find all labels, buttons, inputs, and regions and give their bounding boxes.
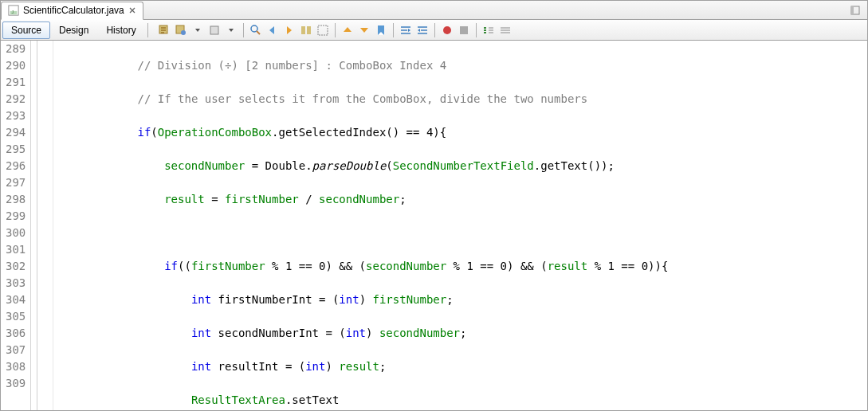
indent-right-icon[interactable] (415, 23, 430, 37)
svg-rect-12 (318, 25, 328, 35)
svg-rect-11 (307, 26, 311, 34)
code-area[interactable]: // Division (÷) [2 numbers] : ComboBox I… (53, 41, 867, 410)
svg-point-9 (251, 25, 257, 32)
java-file-icon: J (8, 5, 19, 16)
toolbar-btn-dropdown-2[interactable] (224, 23, 238, 37)
tab-design[interactable]: Design (50, 22, 97, 39)
stop-icon[interactable] (457, 23, 471, 37)
view-tab-bar: Source Design History (1, 20, 867, 41)
svg-rect-10 (301, 26, 305, 34)
file-tab-label: ScientificCalculator.java (23, 5, 124, 16)
fold-column (31, 41, 53, 410)
file-tab-bar: J ScientificCalculator.java (1, 1, 867, 20)
select-icon[interactable] (316, 23, 330, 37)
line-number-gutter: 289 290 291 292 293 294 295 296 297 298 … (1, 41, 31, 410)
sidebar-toggle-icon[interactable] (850, 4, 862, 17)
editor-toolbar (151, 23, 513, 37)
bookmark-icon[interactable] (374, 23, 388, 37)
uncomment-icon[interactable] (498, 23, 513, 37)
nav-forward-icon[interactable] (282, 23, 297, 37)
tab-history[interactable]: History (97, 22, 144, 39)
toolbar-btn-3[interactable] (207, 23, 222, 37)
svg-rect-15 (460, 26, 468, 34)
svg-point-14 (443, 26, 451, 34)
toolbar-btn-1[interactable] (157, 23, 171, 37)
toolbar-btn-dropdown[interactable] (190, 23, 205, 37)
code-editor[interactable]: 289 290 291 292 293 294 295 296 297 298 … (1, 41, 867, 410)
toolbar-btn-4[interactable] (299, 23, 313, 37)
tab-source[interactable]: Source (2, 22, 50, 39)
find-icon[interactable] (249, 23, 263, 37)
svg-point-7 (181, 30, 186, 35)
svg-rect-8 (210, 26, 218, 34)
svg-rect-4 (851, 6, 854, 14)
file-tab[interactable]: J ScientificCalculator.java (1, 2, 143, 20)
toolbar-btn-2[interactable] (174, 23, 188, 37)
nav-down-icon[interactable] (357, 23, 371, 37)
indent-left-icon[interactable] (399, 23, 413, 37)
ide-window: J ScientificCalculator.java Source Desig… (0, 0, 868, 411)
comment-icon[interactable] (481, 23, 496, 37)
svg-text:J: J (11, 10, 14, 14)
nav-up-icon[interactable] (340, 23, 355, 37)
nav-back-icon[interactable] (265, 23, 280, 37)
record-icon[interactable] (440, 23, 454, 37)
close-icon[interactable] (128, 6, 136, 14)
